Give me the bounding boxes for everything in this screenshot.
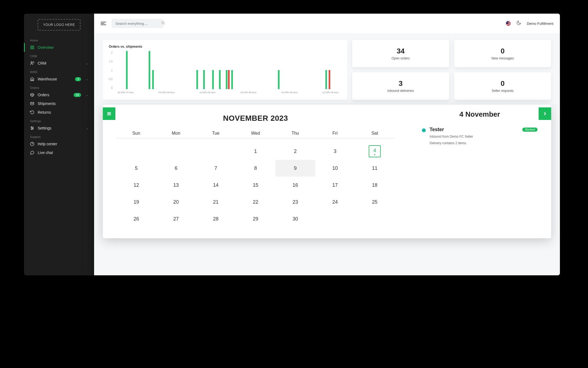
content-area: Orders vs. shipments 21.510.50 20:00h 07… <box>94 33 560 275</box>
calendar-day[interactable]: 18 <box>355 177 395 194</box>
calendar-day-number: 14 <box>213 182 218 188</box>
sidebar-item-crm[interactable]: CRM⌄ <box>24 59 94 68</box>
dark-mode-icon[interactable] <box>516 20 521 26</box>
calendar-day-number: 6 <box>175 165 178 171</box>
calendar-day[interactable]: 19 <box>116 194 156 210</box>
calendar-day-number: 15 <box>253 182 258 188</box>
calendar-day[interactable]: 28 <box>196 210 236 227</box>
user-label[interactable]: Demo Fulfillment <box>527 22 553 26</box>
calendar-day[interactable]: 3 <box>315 143 355 160</box>
sidebar-item-warehouse[interactable]: Warehouse3⌄ <box>24 75 94 83</box>
calendar-day-number: 24 <box>332 199 338 205</box>
event-line: Inbound from Demo FC Seller <box>430 134 538 139</box>
calendar-day[interactable]: 17 <box>315 177 355 194</box>
calendar-day-number: 25 <box>372 199 377 205</box>
calendar-day[interactable]: 25 <box>355 194 395 210</box>
chart-bar <box>228 70 230 89</box>
sidebar-item-overview[interactable]: Overview <box>24 43 94 52</box>
calendar-day[interactable]: 20 <box>156 194 196 210</box>
calendar-day[interactable]: 2 <box>275 143 315 160</box>
calendar-next-button[interactable] <box>539 107 551 120</box>
sidebar-item-settings[interactable]: Settings⌄ <box>24 124 94 132</box>
calendar-day[interactable]: 12 <box>116 177 156 194</box>
calendar-day[interactable]: 6 <box>156 160 196 177</box>
nav-section-label: Orders <box>24 83 94 91</box>
calendar-day[interactable]: 1 <box>236 143 275 160</box>
chart-bar <box>212 70 214 89</box>
calendar-title: NOVEMBER 2023 <box>116 114 395 123</box>
orders-vs-shipments-chart-card: Orders vs. shipments 21.510.50 20:00h 07… <box>103 40 347 100</box>
sidebar-item-label: Overview <box>38 45 53 50</box>
calendar-weekday: Tue <box>196 131 236 136</box>
calendar-day[interactable]: 21 <box>196 194 236 210</box>
calendar-day[interactable]: 22 <box>236 194 275 210</box>
calendar-day[interactable]: 4 <box>355 143 395 160</box>
chart-y-axis: 21.510.50 <box>109 51 115 89</box>
sidebar-item-help-center[interactable]: Help center <box>24 140 94 148</box>
search-input[interactable] <box>115 22 161 26</box>
main-panel: Demo Fulfillment Orders vs. shipments 21… <box>94 14 560 275</box>
chart-bar <box>329 70 330 89</box>
search-box[interactable] <box>112 19 163 28</box>
sidebar-item-live-chat[interactable]: Live chat <box>24 148 94 157</box>
chart-plot: 20:00h 07-Nov04:00h 08-Nov12:00h 08-Nov2… <box>115 51 341 95</box>
warehouse-icon <box>30 77 34 81</box>
logo-placeholder: YOUR LOGO HERE <box>38 19 80 31</box>
svg-rect-3 <box>32 48 34 49</box>
event-status-dot-icon <box>422 128 426 132</box>
stat-inbound-deliveries[interactable]: 3 Inbound deliveries <box>352 72 449 100</box>
calendar-day[interactable]: 30 <box>275 210 315 227</box>
calendar-day[interactable]: 27 <box>156 210 196 227</box>
calendar-day[interactable]: 14 <box>196 177 236 194</box>
stat-new-messages[interactable]: 0 New messages <box>454 40 551 67</box>
calendar-day[interactable]: 15 <box>236 177 275 194</box>
calendar-day[interactable]: 13 <box>156 177 196 194</box>
stat-open-orders[interactable]: 34 Open orders <box>352 40 449 67</box>
calendar-day-number: 1 <box>254 149 257 154</box>
calendar-day[interactable]: 29 <box>236 210 275 227</box>
stat-label: Inbound deliveries <box>387 89 414 93</box>
sidebar-item-shipments[interactable]: Shipments <box>24 99 94 108</box>
calendar-day[interactable]: 9 <box>275 160 315 177</box>
sidebar-item-label: Returns <box>38 110 51 114</box>
calendar-day-number: 19 <box>134 199 139 205</box>
calendar-day-number: 9 <box>294 165 297 171</box>
calendar-day[interactable]: 24 <box>315 194 355 210</box>
calendar-day[interactable]: 5 <box>116 160 156 177</box>
calendar-day[interactable]: 16 <box>275 177 315 194</box>
calendar-day[interactable]: 11 <box>355 160 395 177</box>
calendar-day[interactable]: 7 <box>196 160 236 177</box>
chart-bar <box>152 70 154 89</box>
svg-line-16 <box>164 24 165 25</box>
calendar-day[interactable]: 10 <box>315 160 355 177</box>
chart-bar <box>278 70 280 89</box>
chevron-down-icon: ⌄ <box>86 62 88 65</box>
calendar-day-number: 12 <box>134 182 139 188</box>
returns-icon <box>30 110 34 114</box>
y-tick: 2 <box>111 51 113 54</box>
calendar-day[interactable]: 26 <box>116 210 156 227</box>
sidebar-item-label: Help center <box>38 142 57 146</box>
stat-value: 0 <box>501 47 505 55</box>
chevron-down-icon: ⌄ <box>86 78 88 81</box>
sidebar-item-orders[interactable]: Orders34⌄ <box>24 91 94 99</box>
calendar-day[interactable]: 23 <box>275 194 315 210</box>
x-tick: 20:00h 08-Nov <box>241 91 257 94</box>
x-tick: 12:00h 09-Nov <box>322 91 338 94</box>
calendar-day-number: 29 <box>253 216 258 222</box>
calendar-day[interactable]: 8 <box>236 160 275 177</box>
locale-flag-icon[interactable] <box>506 21 511 26</box>
sidebar: YOUR LOGO HERE HomeOverviewCRMCRM⌄WMSWar… <box>24 14 94 275</box>
calendar-prev-button[interactable] <box>103 107 115 120</box>
menu-toggle-button[interactable] <box>101 22 106 25</box>
calendar-day-number: 23 <box>293 199 298 205</box>
svg-point-12 <box>31 129 32 130</box>
stat-seller-requests[interactable]: 0 Seller requests <box>454 72 551 100</box>
y-tick: 1.5 <box>109 60 113 63</box>
shipments-icon <box>30 101 34 106</box>
calendar-day-number: 28 <box>213 216 218 222</box>
sidebar-item-returns[interactable]: Returns <box>24 108 94 117</box>
event-line: Delivery contains 2 items. <box>430 141 538 146</box>
event-item[interactable]: TesterStockedInbound from Demo FC Seller… <box>422 127 538 146</box>
calendar-day-number: 16 <box>293 182 298 188</box>
